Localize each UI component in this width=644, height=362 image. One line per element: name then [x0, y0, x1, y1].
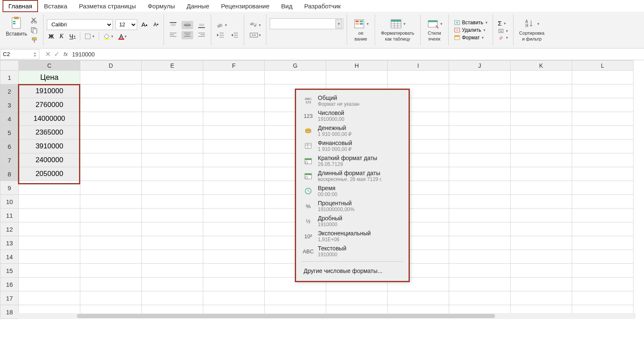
cell-J16[interactable] [449, 278, 511, 291]
cell-D15[interactable] [80, 264, 142, 278]
format-painter-button[interactable] [29, 36, 40, 44]
cell-K12[interactable] [511, 222, 572, 236]
cell-I17[interactable] [388, 291, 449, 305]
row-header-15[interactable]: 15 [0, 264, 19, 278]
format-option-дробный[interactable]: ½Дробный1910000 [296, 214, 409, 229]
row-header-6[interactable]: 6 [0, 140, 19, 153]
cell-K15[interactable] [511, 264, 572, 278]
cell-D2[interactable] [80, 84, 142, 98]
cell-L4[interactable] [572, 112, 634, 126]
cell-F6[interactable] [203, 140, 265, 153]
confirm-icon[interactable]: ✓ [54, 50, 59, 58]
cell-K9[interactable] [511, 181, 572, 195]
row-header-14[interactable]: 14 [0, 250, 19, 264]
cell-J9[interactable] [449, 181, 511, 195]
cell-D6[interactable] [80, 140, 142, 153]
tab-данные[interactable]: Данные [181, 0, 215, 12]
wrap-text-button[interactable]: ab▾ [248, 21, 263, 29]
select-all-corner[interactable] [0, 61, 19, 71]
cell-J5[interactable] [449, 126, 511, 140]
format-as-table-button[interactable]: ▾ Форматировать как таблицу [378, 17, 417, 42]
align-left-button[interactable] [167, 31, 179, 39]
col-header-J[interactable]: J [449, 61, 511, 71]
cell-E10[interactable] [142, 195, 203, 209]
cell-L8[interactable] [572, 167, 634, 181]
cell-C14[interactable] [19, 250, 80, 264]
cell-C9[interactable] [19, 181, 80, 195]
cell-K4[interactable] [511, 112, 572, 126]
cell-K6[interactable] [511, 140, 572, 153]
cell-D16[interactable] [80, 278, 142, 291]
align-bottom-button[interactable] [196, 21, 207, 29]
row-header-2[interactable]: 2 [0, 84, 19, 98]
cell-K13[interactable] [511, 236, 572, 250]
cell-C2[interactable]: 1910000 [19, 84, 80, 98]
align-center-button[interactable] [181, 31, 193, 39]
format-option-длинный-формат-даты[interactable]: Длинный формат датывоскресенье, 26 мая 7… [296, 168, 409, 184]
cell-C13[interactable] [19, 236, 80, 250]
cell-E5[interactable] [142, 126, 203, 140]
cell-J17[interactable] [449, 291, 511, 305]
cell-C5[interactable]: 2365000 [19, 126, 80, 140]
cell-K3[interactable] [511, 98, 572, 112]
scrollbar-thumb[interactable] [77, 314, 495, 318]
name-box[interactable]: C2 ▲▼ [0, 49, 39, 59]
col-header-H[interactable]: H [326, 61, 388, 71]
align-right-button[interactable] [196, 31, 207, 39]
delete-cells-button[interactable]: Удалить▾ [452, 27, 489, 33]
cell-F5[interactable] [203, 126, 265, 140]
cell-C4[interactable]: 14000000 [19, 112, 80, 126]
insert-cells-button[interactable]: Вставить▾ [452, 19, 489, 26]
autosum-button[interactable]: Σ▾ [496, 19, 510, 27]
cell-L3[interactable] [572, 98, 634, 112]
cell-L7[interactable] [572, 153, 634, 167]
tab-разметка страницы[interactable]: Разметка страницы [73, 0, 142, 12]
orientation-button[interactable]: ab▾ [215, 21, 229, 29]
align-top-button[interactable] [167, 21, 179, 29]
cell-H17[interactable] [326, 291, 388, 305]
decrease-font-button[interactable]: A▾ [152, 21, 160, 28]
cancel-icon[interactable]: ✕ [45, 50, 51, 58]
cell-K16[interactable] [511, 278, 572, 291]
cell-I1[interactable] [388, 71, 449, 84]
format-option-время[interactable]: Время00:00:00 [296, 184, 409, 199]
cell-J12[interactable] [449, 222, 511, 236]
cell-F8[interactable] [203, 167, 265, 181]
cell-D13[interactable] [80, 236, 142, 250]
row-header-9[interactable]: 9 [0, 181, 19, 195]
row-header-16[interactable]: 16 [0, 278, 19, 291]
cell-F9[interactable] [203, 181, 265, 195]
cell-L2[interactable] [572, 84, 634, 98]
tab-рецензирование[interactable]: Рецензирование [215, 0, 275, 12]
cell-E17[interactable] [142, 291, 203, 305]
cell-D4[interactable] [80, 112, 142, 126]
cell-F16[interactable] [203, 278, 265, 291]
fill-color-button[interactable]: ▾ [102, 32, 115, 41]
cell-F11[interactable] [203, 209, 265, 222]
row-header-12[interactable]: 12 [0, 222, 19, 236]
tab-формулы[interactable]: Формулы [142, 0, 181, 12]
cell-F15[interactable] [203, 264, 265, 278]
cell-D7[interactable] [80, 153, 142, 167]
cell-C1[interactable]: Цена [19, 71, 80, 84]
row-header-10[interactable]: 10 [0, 195, 19, 209]
cell-F1[interactable] [203, 71, 265, 84]
col-header-D[interactable]: D [80, 61, 142, 71]
cell-E3[interactable] [142, 98, 203, 112]
borders-button[interactable]: ▾ [83, 32, 96, 41]
cell-J7[interactable] [449, 153, 511, 167]
cell-E13[interactable] [142, 236, 203, 250]
fill-button[interactable]: ▾ [496, 28, 510, 34]
cell-C16[interactable] [19, 278, 80, 291]
cut-button[interactable] [29, 16, 40, 24]
cell-L12[interactable] [572, 222, 634, 236]
cell-G17[interactable] [265, 291, 326, 305]
more-formats-button[interactable]: Другие числовые форматы... [296, 264, 409, 278]
horizontal-scrollbar[interactable] [18, 313, 636, 319]
cell-K17[interactable] [511, 291, 572, 305]
cell-K11[interactable] [511, 209, 572, 222]
cell-F17[interactable] [203, 291, 265, 305]
cell-F3[interactable] [203, 98, 265, 112]
cell-C17[interactable] [19, 291, 80, 305]
cell-E2[interactable] [142, 84, 203, 98]
